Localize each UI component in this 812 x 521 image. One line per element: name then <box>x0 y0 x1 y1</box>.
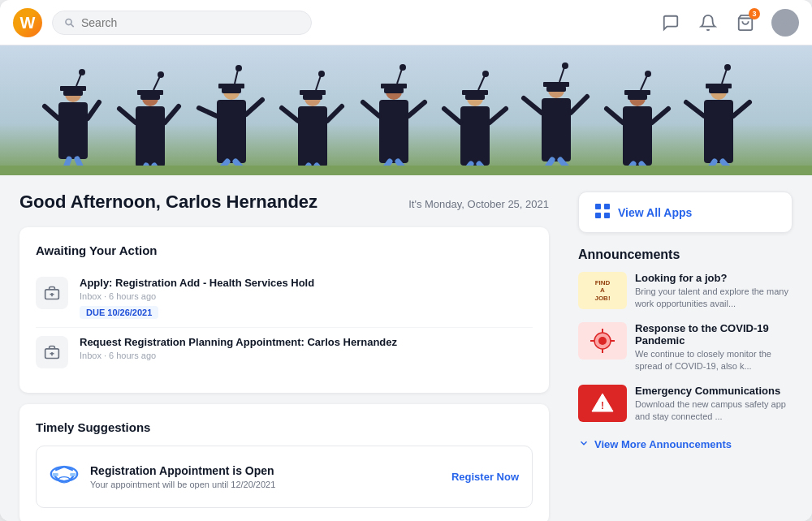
date-text: It's Monday, October 25, 2021 <box>408 198 549 210</box>
svg-point-3 <box>782 16 788 22</box>
svg-point-9 <box>79 69 85 75</box>
svg-text:!: ! <box>601 400 604 411</box>
svg-line-91 <box>733 102 749 116</box>
ann-title-2: Response to the COVID-19 Pandemic <box>635 322 793 347</box>
svg-line-18 <box>153 76 160 90</box>
svg-line-90 <box>686 102 704 116</box>
svg-point-111 <box>598 337 607 345</box>
svg-rect-55 <box>460 106 490 166</box>
timely-suggestions-card: Timely Suggestions Registration Appointm… <box>19 404 549 521</box>
svg-rect-65 <box>542 98 571 161</box>
due-badge-1: DUE 10/26/2021 <box>80 306 158 319</box>
svg-rect-66 <box>546 86 566 92</box>
ann-desc-3: Download the new campus safety app and s… <box>635 398 793 424</box>
svg-rect-17 <box>137 90 163 95</box>
ann-desc-2: We continue to closely monitor the sprea… <box>635 348 793 373</box>
svg-rect-5 <box>58 102 88 159</box>
registration-icon <box>50 459 79 494</box>
ann-thumb-1: FINDAJOB! <box>578 272 627 309</box>
view-all-apps-label: View All Apps <box>618 206 692 219</box>
ann-thumb-2 <box>578 322 627 360</box>
svg-line-51 <box>408 102 425 116</box>
svg-point-49 <box>400 64 406 71</box>
action-icon-2 <box>36 336 68 368</box>
left-column: Good Afternoon, Carlos Hernandez It's Mo… <box>19 175 565 521</box>
svg-point-89 <box>724 64 731 71</box>
search-input[interactable] <box>81 16 300 29</box>
svg-line-71 <box>571 97 587 113</box>
announcements-title: Announcements <box>578 248 793 262</box>
action-item-2[interactable]: Request Registration Planning Appointmen… <box>36 328 533 377</box>
bag-icon-button[interactable]: 3 <box>734 11 757 34</box>
suggestion-sub-1: Your appointment will be open until 12/2… <box>90 480 440 489</box>
svg-line-31 <box>246 100 262 114</box>
svg-line-70 <box>524 98 542 113</box>
avatar[interactable] <box>771 9 799 37</box>
suggestion-item-1[interactable]: Registration Appointment is Open Your ap… <box>36 446 533 508</box>
announcement-item-2[interactable]: Response to the COVID-19 Pandemic We con… <box>578 322 793 373</box>
svg-rect-105 <box>595 204 601 209</box>
svg-line-21 <box>165 106 179 123</box>
ann-desc-1: Bring your talent and explore the many w… <box>635 286 793 311</box>
svg-point-29 <box>235 65 242 71</box>
action-content-2: Request Registration Planning Appointmen… <box>80 336 397 364</box>
announcements-section: Announcements FINDAJOB! Looking for a jo… <box>578 248 793 454</box>
announcement-item-3[interactable]: ! Emergency Communications Download the … <box>578 385 793 424</box>
svg-rect-77 <box>624 90 650 95</box>
svg-rect-56 <box>465 94 485 100</box>
navbar: W 3 <box>0 0 812 45</box>
svg-line-60 <box>444 109 460 123</box>
view-more-announcements-link[interactable]: View More Announcements <box>578 434 793 454</box>
svg-rect-108 <box>604 213 610 218</box>
svg-rect-6 <box>63 90 83 96</box>
bag-badge: 3 <box>749 8 760 19</box>
svg-line-30 <box>199 108 217 116</box>
svg-line-11 <box>88 102 99 118</box>
timely-suggestions-title: Timely Suggestions <box>36 420 533 434</box>
ann-thumb-3: ! <box>578 385 627 422</box>
svg-rect-67 <box>543 82 569 87</box>
action-icon-1 <box>36 277 68 309</box>
svg-point-19 <box>158 71 164 78</box>
svg-rect-16 <box>140 94 160 100</box>
search-icon <box>64 17 75 28</box>
chat-icon-button[interactable] <box>659 11 682 34</box>
svg-rect-7 <box>60 86 86 91</box>
svg-line-88 <box>722 69 727 84</box>
svg-line-28 <box>235 70 238 84</box>
bell-icon-button[interactable] <box>697 11 719 34</box>
nav-right: 3 <box>659 9 799 37</box>
chevron-down-icon <box>578 437 590 451</box>
svg-line-41 <box>327 106 342 121</box>
ann-title-1: Looking for a job? <box>635 272 793 284</box>
svg-point-59 <box>482 71 489 77</box>
view-all-apps-button[interactable]: View All Apps <box>578 192 793 233</box>
svg-point-39 <box>318 71 325 77</box>
svg-line-61 <box>490 109 506 123</box>
awaiting-action-card: Awaiting Your Action Apply: Registration… <box>19 227 549 393</box>
awaiting-action-title: Awaiting Your Action <box>36 243 533 257</box>
apps-grid-icon <box>595 204 610 221</box>
svg-line-48 <box>397 69 402 84</box>
workday-logo[interactable]: W <box>13 8 42 37</box>
svg-rect-27 <box>218 84 244 88</box>
svg-line-8 <box>76 74 81 86</box>
svg-rect-45 <box>379 100 408 163</box>
greeting-row: Good Afternoon, Carlos Hernandez It's Mo… <box>19 192 549 213</box>
announcement-item-1[interactable]: FINDAJOB! Looking for a job? Bring your … <box>578 272 793 311</box>
svg-rect-76 <box>628 94 647 100</box>
svg-line-78 <box>641 75 647 90</box>
svg-rect-85 <box>704 100 733 163</box>
svg-rect-25 <box>217 100 246 163</box>
suggestion-info-1: Registration Appointment is Open Your ap… <box>90 464 440 489</box>
svg-line-40 <box>282 108 298 121</box>
svg-line-68 <box>559 67 564 82</box>
action-meta-1: Inbox · 6 hours ago <box>80 291 314 301</box>
svg-line-38 <box>316 75 321 90</box>
ann-text-1: Looking for a job? Bring your talent and… <box>635 272 793 311</box>
svg-rect-87 <box>706 84 732 88</box>
action-item-1[interactable]: Apply: Registration Add - Health Service… <box>36 269 533 328</box>
svg-rect-57 <box>462 90 488 95</box>
search-bar[interactable] <box>52 11 312 35</box>
register-now-button[interactable]: Register Now <box>451 471 519 483</box>
